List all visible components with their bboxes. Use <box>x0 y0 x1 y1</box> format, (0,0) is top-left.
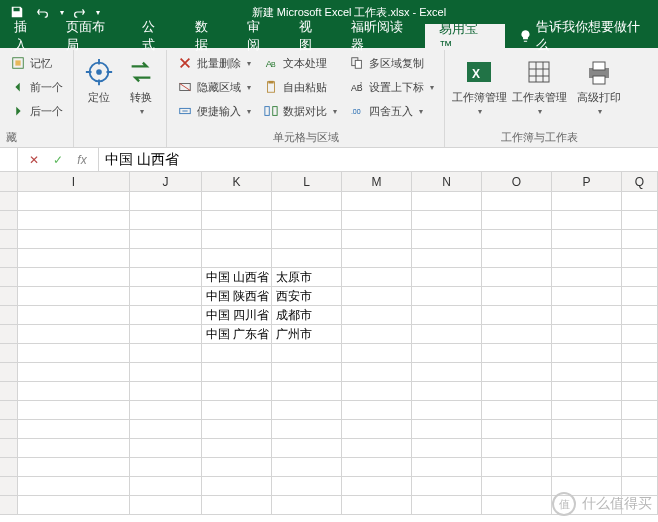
cell[interactable] <box>202 211 272 230</box>
cell[interactable] <box>342 211 412 230</box>
row-header[interactable] <box>0 401 18 420</box>
cell[interactable] <box>412 344 482 363</box>
cell[interactable] <box>272 344 342 363</box>
row-header[interactable] <box>0 192 18 211</box>
cell[interactable] <box>202 363 272 382</box>
row-header[interactable] <box>0 477 18 496</box>
cell[interactable] <box>342 439 412 458</box>
cell[interactable] <box>482 439 552 458</box>
cell[interactable] <box>18 420 130 439</box>
cell[interactable] <box>482 496 552 515</box>
cell[interactable]: 成都市 <box>272 306 342 325</box>
cell[interactable] <box>552 306 622 325</box>
name-box[interactable] <box>0 148 18 171</box>
cell[interactable] <box>272 211 342 230</box>
cell[interactable] <box>272 401 342 420</box>
column-header[interactable]: Q <box>622 172 658 191</box>
cell[interactable] <box>18 477 130 496</box>
cell[interactable] <box>482 249 552 268</box>
column-header[interactable]: M <box>342 172 412 191</box>
cell[interactable] <box>18 268 130 287</box>
column-header[interactable]: J <box>130 172 202 191</box>
cell[interactable] <box>622 287 658 306</box>
cell[interactable] <box>342 420 412 439</box>
cell[interactable] <box>412 420 482 439</box>
cell[interactable] <box>482 211 552 230</box>
cell[interactable] <box>552 363 622 382</box>
cell[interactable] <box>552 287 622 306</box>
cell[interactable] <box>622 458 658 477</box>
column-header[interactable]: I <box>18 172 130 191</box>
column-header[interactable]: P <box>552 172 622 191</box>
cell[interactable] <box>412 268 482 287</box>
cell[interactable] <box>552 249 622 268</box>
cell[interactable] <box>482 306 552 325</box>
cell[interactable] <box>18 230 130 249</box>
cell[interactable] <box>622 306 658 325</box>
cell[interactable] <box>552 401 622 420</box>
row-header[interactable] <box>0 439 18 458</box>
cell[interactable] <box>130 496 202 515</box>
cell[interactable] <box>412 382 482 401</box>
multi-copy-button[interactable]: 多区域复制 <box>345 52 438 74</box>
cell[interactable] <box>202 439 272 458</box>
cell[interactable] <box>552 325 622 344</box>
cell[interactable] <box>342 344 412 363</box>
tab-review[interactable]: 审阅 <box>233 24 285 48</box>
cell[interactable] <box>130 268 202 287</box>
tell-me[interactable]: 告诉我你想要做什么 <box>505 24 658 48</box>
cell[interactable] <box>552 382 622 401</box>
worksheet-mgr-button[interactable]: 工作表管理▾ <box>511 52 567 116</box>
chevron-down-icon[interactable]: ▾ <box>60 8 64 17</box>
cell[interactable] <box>342 458 412 477</box>
prev-button[interactable]: 前一个 <box>6 76 67 98</box>
cell[interactable] <box>202 344 272 363</box>
free-paste-button[interactable]: 自由粘贴 <box>259 76 341 98</box>
cell[interactable] <box>18 344 130 363</box>
hide-area-button[interactable]: 隐藏区域▾ <box>173 76 255 98</box>
cell[interactable] <box>412 439 482 458</box>
confirm-button[interactable]: ✓ <box>46 148 70 171</box>
cell[interactable] <box>18 496 130 515</box>
cell[interactable]: 中国 四川省 <box>202 306 272 325</box>
cell[interactable] <box>622 325 658 344</box>
cell[interactable] <box>130 306 202 325</box>
cell[interactable] <box>130 458 202 477</box>
cell[interactable]: 中国 广东省 <box>202 325 272 344</box>
data-compare-button[interactable]: 数据对比▾ <box>259 100 341 122</box>
cell[interactable] <box>552 230 622 249</box>
cell[interactable] <box>412 496 482 515</box>
cell[interactable] <box>552 439 622 458</box>
cell[interactable] <box>272 477 342 496</box>
row-header[interactable] <box>0 287 18 306</box>
cell[interactable] <box>130 382 202 401</box>
cell[interactable] <box>272 439 342 458</box>
supersub-button[interactable]: AB2设置上下标▾ <box>345 76 438 98</box>
cell[interactable] <box>342 230 412 249</box>
cell[interactable]: 西安市 <box>272 287 342 306</box>
batch-delete-button[interactable]: 批量删除▾ <box>173 52 255 74</box>
cell[interactable] <box>622 382 658 401</box>
cell[interactable] <box>412 477 482 496</box>
cell[interactable] <box>202 401 272 420</box>
easy-input-button[interactable]: 便捷输入▾ <box>173 100 255 122</box>
cell[interactable] <box>18 306 130 325</box>
cell[interactable] <box>342 401 412 420</box>
cell[interactable] <box>342 496 412 515</box>
cell[interactable] <box>202 420 272 439</box>
cell[interactable] <box>18 287 130 306</box>
cell[interactable] <box>272 382 342 401</box>
cell[interactable] <box>552 344 622 363</box>
cell[interactable] <box>272 458 342 477</box>
cell[interactable] <box>622 211 658 230</box>
cell[interactable] <box>552 211 622 230</box>
row-header[interactable] <box>0 249 18 268</box>
column-header[interactable]: K <box>202 172 272 191</box>
cell[interactable] <box>482 344 552 363</box>
cell[interactable] <box>130 439 202 458</box>
cell[interactable] <box>18 325 130 344</box>
cell[interactable]: 中国 山西省 <box>202 268 272 287</box>
cell[interactable] <box>202 192 272 211</box>
row-header[interactable] <box>0 325 18 344</box>
adv-print-button[interactable]: 高级打印▾ <box>571 52 627 116</box>
